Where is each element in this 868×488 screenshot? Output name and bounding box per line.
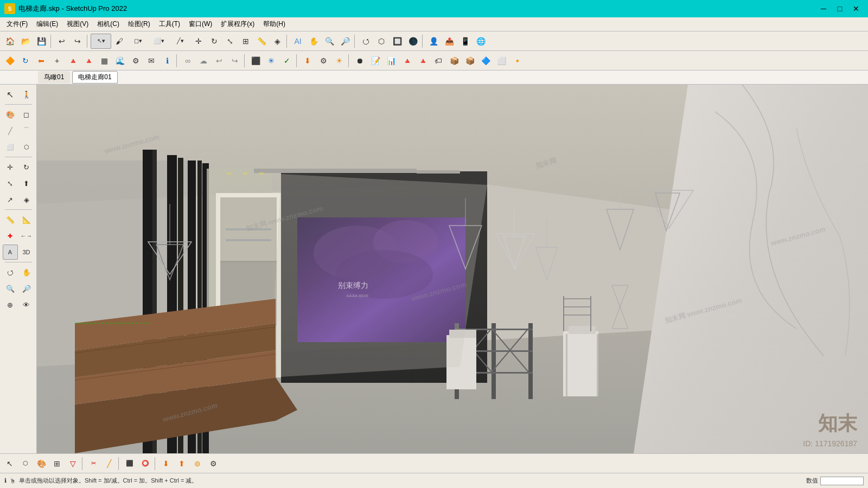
tool-tape[interactable]: 📏 [254,34,269,49]
bt-settings[interactable]: ⚙ [206,456,221,471]
lt-paint[interactable]: 🎨 [3,107,18,122]
bt-paint[interactable]: 🎨 [34,456,49,471]
ext-btn-21[interactable]: ☀ [331,53,347,68]
lt-axes[interactable]: ✚ [3,228,18,243]
ext-btn-4[interactable]: + [49,53,65,68]
ext-btn-7[interactable]: ▦ [97,53,112,68]
bt-component[interactable]: ⬡ [18,456,33,471]
tool-sections[interactable]: ⬡ [374,34,389,49]
lt-look[interactable]: 👁 [19,297,34,312]
value-input[interactable] [820,477,864,485]
lt-tape[interactable]: 📏 [3,212,18,227]
ext-btn-18[interactable]: ✓ [279,53,295,68]
tool-shadows[interactable]: 🌑 [405,34,420,49]
bt-solid-tools[interactable]: ⊞ [49,456,65,471]
tool-save[interactable]: 💾 [34,34,49,49]
lt-poly[interactable]: ⬡ [19,139,34,155]
lt-select[interactable]: ↖ [3,87,18,102]
ext-btn-16[interactable]: ⬛ [248,53,263,68]
tool-rotate[interactable]: ↻ [207,34,222,49]
tool-push-pull[interactable]: ⊞ [238,34,253,49]
bt-line2[interactable]: ╱ [101,456,117,471]
bt-sandbox[interactable]: ▽ [65,456,80,471]
menu-draw[interactable]: 绘图(R) [124,18,155,30]
menu-view[interactable]: 视图(V) [62,18,93,30]
tab-elevator-hall[interactable]: 电梯走廊01 [72,71,117,84]
bt-comp[interactable]: ⊚ [190,456,205,471]
lt-arc[interactable]: ⌒ [19,123,34,138]
tool-offset[interactable]: ◈ [270,34,285,49]
ext-btn-25[interactable]: 🔺 [399,53,414,68]
tab-birds-eye[interactable]: 鸟瞰01 [38,71,70,84]
tool-orbit[interactable]: ⭯ [358,34,373,49]
lt-rotate[interactable]: ↻ [19,159,34,175]
tool-ai[interactable]: AI [290,34,305,49]
tool-erase[interactable]: ◻▾ [127,34,148,49]
ext-btn-15[interactable]: ↪ [227,53,242,68]
tool-undo[interactable]: ↩ [54,34,69,49]
menu-edit[interactable]: 编辑(E) [32,18,62,30]
ext-btn-2[interactable]: ↻ [18,53,33,68]
lt-push-pull[interactable]: ⬆ [19,176,34,191]
bt-cut[interactable]: ✂ [86,456,101,471]
ext-btn-20[interactable]: ⚙ [316,53,331,68]
maximize-button[interactable]: □ [832,1,847,16]
bt-dl[interactable]: ⬇ [158,456,174,471]
ext-btn-28[interactable]: 📦 [446,53,462,68]
menu-extensions[interactable]: 扩展程序(x) [216,18,259,30]
tool-select[interactable]: ↖▾ [91,34,111,49]
lt-text[interactable]: A [3,245,18,260]
tool-ar[interactable]: 📱 [457,34,473,49]
tool-zoom-window[interactable]: 🔍 [322,34,337,49]
tool-hand[interactable]: ✋ [306,34,321,49]
ext-btn-8[interactable]: 🌊 [112,53,127,68]
lt-walk[interactable]: 🚶 [19,87,34,102]
menu-tools[interactable]: 工具(T) [155,18,184,30]
ext-btn-29[interactable]: 📦 [462,53,477,68]
lt-dim[interactable]: ←→ [19,228,34,243]
tool-home[interactable]: 🏠 [2,34,17,49]
ext-btn-6[interactable]: 🔺 [81,53,96,68]
menu-help[interactable]: 帮助(H) [259,18,290,30]
ext-btn-14[interactable]: ↩ [212,53,227,68]
ext-btn-22[interactable]: ⏺ [352,53,367,68]
bt-rect2[interactable]: ⬛ [122,456,137,471]
tool-rect[interactable]: ⬜▾ [149,34,169,49]
lt-zoom[interactable]: 🔍 [3,281,18,296]
ext-btn-13[interactable]: ☁ [196,53,211,68]
tool-redo[interactable]: ↪ [70,34,85,49]
ext-btn-30[interactable]: 🔷 [478,53,493,68]
tool-line[interactable]: ╱▾ [170,34,190,49]
ext-btn-9[interactable]: ⚙ [128,53,143,68]
lt-scale[interactable]: ⤡ [3,176,18,191]
ext-btn-17[interactable]: ✳ [264,53,279,68]
tool-3d[interactable]: 🌐 [473,34,488,49]
lt-rect[interactable]: ⬜ [3,139,18,155]
ext-btn-24[interactable]: 📊 [384,53,399,68]
ext-btn-11[interactable]: ℹ [159,53,175,68]
lt-zoom-ext[interactable]: ⊕ [3,297,18,312]
bt-select[interactable]: ↖ [2,456,17,471]
tool-textures[interactable]: 🔲 [390,34,405,49]
lt-offset[interactable]: ◈ [19,192,34,207]
tool-send[interactable]: 📤 [442,34,457,49]
ext-btn-5[interactable]: 🔺 [65,53,80,68]
viewport[interactable]: 别束缚力 AAAA 8848 [37,85,868,453]
lt-follow-me[interactable]: ↗ [3,192,18,207]
menu-window[interactable]: 窗口(W) [184,18,216,30]
tool-move[interactable]: ✛ [191,34,206,49]
tool-scale[interactable]: ⤡ [222,34,238,49]
ext-btn-23[interactable]: 📝 [368,53,383,68]
tool-zoom-ext[interactable]: 🔎 [337,34,353,49]
tool-open[interactable]: 📂 [18,34,33,49]
minimize-button[interactable]: ─ [816,1,831,16]
lt-eraser[interactable]: ◻ [19,107,34,122]
menu-file[interactable]: 文件(F) [2,18,32,30]
ext-btn-12[interactable]: ∞ [180,53,195,68]
ext-btn-32[interactable]: 🔸 [509,53,525,68]
lt-orbit[interactable]: ⭯ [3,265,18,280]
ext-btn-19[interactable]: ⬇ [300,53,315,68]
lt-pan[interactable]: ✋ [19,265,34,280]
ext-btn-27[interactable]: 🏷 [431,53,446,68]
close-button[interactable]: ✕ [848,1,864,16]
